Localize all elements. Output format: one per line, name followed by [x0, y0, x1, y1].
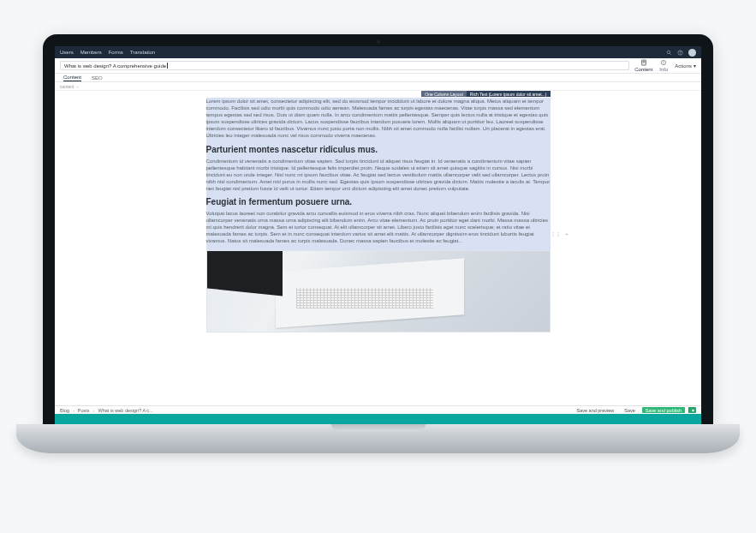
paragraph-3-text: Volutpat lacus laoreet non curabitur gra… — [206, 211, 549, 243]
save-button[interactable]: Save — [621, 407, 639, 413]
crumb-sep: › — [93, 408, 95, 413]
actions-dropdown[interactable]: Actions ▾ — [675, 63, 696, 69]
svg-line-1 — [670, 53, 671, 55]
add-block-icon[interactable]: ＋ — [564, 231, 569, 237]
paragraph-3[interactable]: Volutpat lacus laoreet non curabitur gra… — [206, 210, 551, 244]
tab-content-mode[interactable]: Content — [634, 59, 652, 72]
nav-item-forms[interactable]: Forms — [109, 50, 123, 55]
heading-1[interactable]: Parturient montes nascetur ridiculus mus… — [206, 145, 551, 154]
drag-handle-icon[interactable]: ⋮⋮ — [551, 231, 561, 237]
tab-info-label: Info — [659, 67, 668, 72]
svg-point-0 — [667, 51, 670, 54]
top-navbar: Users Members Forms Translation — [55, 46, 701, 58]
laptop-notch — [331, 424, 426, 431]
save-and-publish-button[interactable]: Save and publish — [642, 407, 685, 413]
section-tabs: Content SEO — [55, 74, 701, 82]
subtab-seo[interactable]: SEO — [92, 75, 103, 81]
block-tag[interactable]: One Column Layout Rich Text (Lorem ipsum… — [421, 91, 550, 97]
title-bar: What is web design? A comprehensive guid… — [55, 58, 701, 74]
paragraph-1[interactable]: Lorem ipsum dolor sit amet, consectetur … — [206, 98, 551, 140]
subtab-content[interactable]: Content — [63, 75, 81, 81]
document-title-input[interactable]: What is web design? A comprehensive guid… — [60, 61, 629, 70]
sidebar-collapse-handle[interactable]: content → — [55, 82, 701, 91]
text-caret — [167, 63, 168, 69]
search-icon[interactable] — [666, 50, 672, 56]
laptop-framing: Users Members Forms Translation What is … — [43, 34, 713, 454]
actions-label: Actions — [675, 63, 692, 69]
document-title-value: What is web design? A comprehensive guid… — [64, 63, 166, 69]
tab-content-label: Content — [634, 67, 652, 72]
camera-dot — [377, 40, 380, 44]
crumb-posts[interactable]: Posts — [78, 408, 90, 413]
block-tag-type: Rich Text (Lorem ipsum dolor sit amet...… — [467, 91, 551, 97]
nav-item-members[interactable]: Members — [80, 50, 102, 55]
os-dock-strip — [55, 414, 701, 424]
breadcrumb: Blog › Posts › What is web design? A c..… — [60, 408, 153, 413]
sidebar-collapse-label: content — [60, 84, 74, 89]
crumb-blog[interactable]: Blog — [60, 408, 69, 413]
crumb-sep: › — [73, 408, 74, 413]
heading-2[interactable]: Feugiat in fermentum posuere urna. — [206, 197, 551, 207]
document-body[interactable]: One Column Layout Rich Text (Lorem ipsum… — [194, 91, 563, 405]
block-tag-layout: One Column Layout — [421, 91, 466, 97]
tab-info-mode[interactable]: Info — [659, 59, 668, 72]
paragraph-2[interactable]: Condimentum id venenatis a condimentum v… — [206, 158, 551, 192]
laptop-base — [16, 424, 741, 453]
laptop-bezel: Users Members Forms Translation What is … — [43, 34, 713, 424]
help-icon[interactable] — [677, 50, 683, 56]
save-and-preview-button[interactable]: Save and preview — [574, 407, 618, 413]
footer-bar: Blog › Posts › What is web design? A c..… — [55, 405, 701, 414]
image-block[interactable] — [206, 250, 551, 332]
nav-item-users[interactable]: Users — [60, 50, 74, 55]
image-detail-keyboard — [207, 250, 283, 296]
chevron-down-icon: ▾ — [693, 63, 696, 69]
user-avatar[interactable] — [688, 49, 696, 57]
save-and-publish-dropdown[interactable]: ▾ — [688, 407, 696, 413]
nav-item-translation[interactable]: Translation — [130, 50, 155, 55]
editor-canvas: One Column Layout Rich Text (Lorem ipsum… — [55, 91, 701, 405]
crumb-current[interactable]: What is web design? A c... — [98, 408, 152, 413]
app-screen: Users Members Forms Translation What is … — [55, 46, 701, 424]
